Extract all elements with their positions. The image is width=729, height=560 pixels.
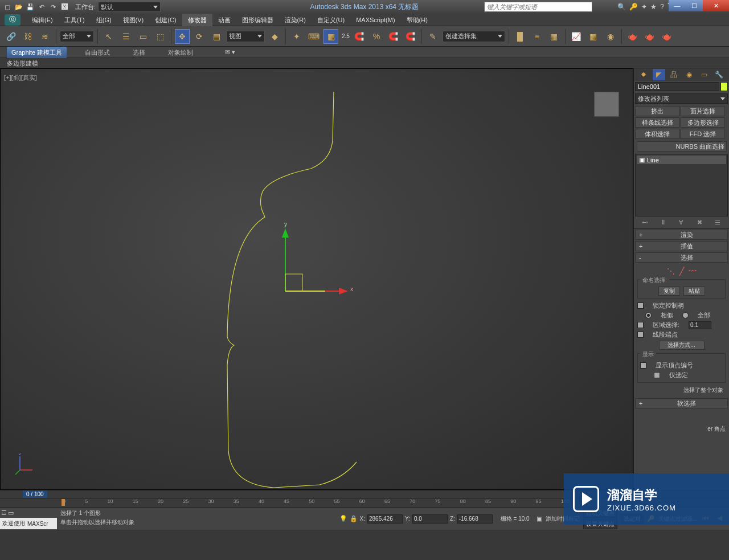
modifier-button-0[interactable]: 挤出 <box>635 106 679 116</box>
save-icon[interactable]: 💾 <box>25 2 35 12</box>
spinner-snap-icon[interactable]: 🧲 <box>386 29 401 44</box>
lock-icon[interactable]: 💡 <box>339 515 347 522</box>
select-icon[interactable]: ↖ <box>101 29 116 44</box>
link-icon[interactable]: 🔗 <box>3 29 18 44</box>
show-vert-num-checkbox[interactable] <box>640 362 646 369</box>
ribbon-tab-0[interactable]: Graphite 建模工具 <box>7 47 67 58</box>
viewport[interactable]: [+][前][真实] y x z <box>0 68 633 490</box>
object-color-swatch[interactable] <box>720 82 728 91</box>
segment-subobj-icon[interactable]: ╱ <box>679 267 684 276</box>
angle-snap-icon[interactable]: 🧲 <box>352 29 367 44</box>
manipulate-icon[interactable]: ✦ <box>289 29 304 44</box>
undo-icon[interactable]: ↶ <box>36 2 47 12</box>
snap-options-icon[interactable]: 🧲 <box>403 29 418 44</box>
rollout-select[interactable]: -选择 <box>635 252 728 263</box>
select-name-icon[interactable]: ☰ <box>118 29 133 44</box>
key-icon[interactable]: 🔑 <box>629 3 638 11</box>
favorite-icon[interactable]: ★ <box>650 3 657 11</box>
unlink-icon[interactable]: ⛓ <box>21 29 35 44</box>
menu-item-10[interactable]: MAXScript(M) <box>350 14 400 26</box>
object-name-input[interactable] <box>635 82 719 91</box>
lock-selection-icon[interactable]: 🔒 <box>350 515 358 522</box>
redo-icon[interactable]: ↷ <box>48 2 58 12</box>
all-radio[interactable] <box>682 312 689 318</box>
modifier-list-dropdown[interactable]: 修改器列表 <box>635 93 728 104</box>
named-sel-icon[interactable]: ✎ <box>425 29 440 44</box>
spline-subobj-icon[interactable]: 〰 <box>689 267 697 276</box>
copy-button[interactable]: 复制 <box>658 287 680 296</box>
view-cube[interactable] <box>594 92 619 117</box>
modifier-button-4[interactable]: 体积选择 <box>635 129 679 139</box>
rollout-interp[interactable]: +插值 <box>635 241 728 251</box>
project-icon[interactable]: 🆇 <box>59 2 69 12</box>
pivot-icon[interactable]: ◆ <box>267 29 282 44</box>
rect-select-icon[interactable]: ▭ <box>136 29 150 44</box>
z-coord-input[interactable] <box>457 514 493 524</box>
keyboard-icon[interactable]: ⌨ <box>306 29 321 44</box>
create-tab-icon[interactable]: ✸ <box>637 69 650 80</box>
ref-coord-dropdown[interactable]: 视图 <box>226 31 265 42</box>
app-menu-button[interactable]: ⓔ <box>5 14 21 26</box>
ribbon-tab-3[interactable]: 对象绘制 <box>163 47 198 58</box>
lock-handles-checkbox[interactable] <box>637 303 644 309</box>
frame-indicator[interactable]: 0 / 100 <box>23 490 47 498</box>
x-coord-input[interactable] <box>367 514 403 524</box>
window-crossing-icon[interactable]: ⬚ <box>153 29 167 44</box>
ribbon-tab-1[interactable]: 自由形式 <box>80 47 114 58</box>
listener-icon[interactable]: ▭ <box>8 509 14 517</box>
schematic-icon[interactable]: ▦ <box>586 29 601 44</box>
rollout-render[interactable]: +渲染 <box>635 230 728 240</box>
close-button[interactable]: ✕ <box>703 0 729 11</box>
vertex-subobj-icon[interactable]: ⋱ <box>667 267 675 276</box>
render-setup-icon[interactable]: 🫖 <box>625 29 640 44</box>
render-frame-icon[interactable]: 🫖 <box>642 29 657 44</box>
bind-icon[interactable]: ≋ <box>38 29 52 44</box>
only-selected-checkbox[interactable] <box>654 372 660 378</box>
menu-item-3[interactable]: 视图(V) <box>117 14 150 26</box>
maxscript-label[interactable]: MAXScr <box>27 521 48 527</box>
mirror-icon[interactable]: ▐▌ <box>513 29 527 44</box>
configure-icon[interactable]: ☰ <box>712 219 723 228</box>
help-icon[interactable]: ? <box>660 3 664 11</box>
rollout-soft[interactable]: +软选择 <box>635 398 728 408</box>
seg-end-checkbox[interactable] <box>637 332 644 338</box>
selection-filter-dropdown[interactable]: 全部 <box>60 31 94 42</box>
script-icon[interactable]: ☲ <box>1 509 7 517</box>
menu-item-0[interactable]: 编辑(E) <box>26 14 59 26</box>
modify-tab-icon[interactable]: ◤ <box>653 69 665 80</box>
new-icon[interactable]: ▢ <box>2 2 13 12</box>
menu-item-11[interactable]: 帮助(H) <box>401 14 433 26</box>
area-value-spinner[interactable]: 0.1 <box>689 321 711 329</box>
select-method-button[interactable]: 选择方式... <box>659 341 705 350</box>
modifier-button-2[interactable]: 样条线选择 <box>635 117 679 128</box>
menu-item-7[interactable]: 图形编辑器 <box>236 14 279 26</box>
help-search-input[interactable] <box>484 2 592 12</box>
material-icon[interactable]: ◉ <box>603 29 618 44</box>
menu-item-8[interactable]: 渲染(R) <box>279 14 312 26</box>
mail-icon[interactable]: ✉ ▾ <box>225 48 235 56</box>
show-result-icon[interactable]: Ⅱ <box>658 219 669 228</box>
menu-item-4[interactable]: 创建(C) <box>149 14 182 26</box>
align-icon[interactable]: ≡ <box>530 29 544 44</box>
similar-radio[interactable] <box>645 312 652 318</box>
curve-editor-icon[interactable]: 📈 <box>569 29 584 44</box>
modifier-button-1[interactable]: 面片选择 <box>681 106 725 116</box>
area-select-checkbox[interactable] <box>637 322 644 328</box>
rotate-icon[interactable]: ⟳ <box>192 29 207 44</box>
unique-icon[interactable]: ∀ <box>676 219 686 228</box>
workspace-dropdown[interactable]: 默认 <box>98 2 161 12</box>
render-icon[interactable]: 🫖 <box>660 29 674 44</box>
scale-icon[interactable]: ▤ <box>209 29 224 44</box>
move-icon[interactable]: ✥ <box>175 29 190 44</box>
ribbon-subtab[interactable]: 多边形建模 <box>0 58 729 68</box>
menu-item-5[interactable]: 修改器 <box>182 14 212 26</box>
display-tab-icon[interactable]: ▭ <box>698 69 710 80</box>
time-tag-icon[interactable]: ▣ <box>536 515 542 522</box>
motion-tab-icon[interactable]: ◉ <box>683 69 695 80</box>
paste-button[interactable]: 粘贴 <box>683 287 705 296</box>
minimize-button[interactable]: — <box>669 0 686 11</box>
layer-icon[interactable]: ▦ <box>547 29 562 44</box>
menu-item-9[interactable]: 自定义(U) <box>312 14 350 26</box>
utilities-tab-icon[interactable]: 🔧 <box>713 69 726 80</box>
move-gizmo[interactable]: y x <box>274 223 365 314</box>
